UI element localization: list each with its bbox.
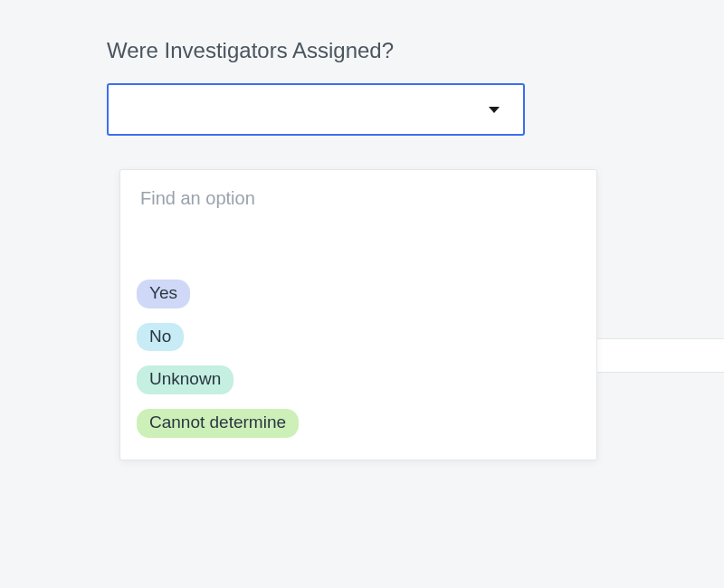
dropdown-option-yes[interactable]: Yes xyxy=(120,272,596,316)
dropdown-panel: Yes No Unknown Cannot determine xyxy=(119,169,597,460)
spacer xyxy=(120,225,596,272)
option-pill: Cannot determine xyxy=(137,409,299,438)
option-pill: Unknown xyxy=(137,365,233,394)
dropdown-option-unknown[interactable]: Unknown xyxy=(120,358,596,402)
dropdown-option-cannot-determine[interactable]: Cannot determine xyxy=(120,402,596,445)
caret-down-icon xyxy=(489,107,500,113)
option-pill: No xyxy=(137,323,184,352)
dropdown-search-input[interactable] xyxy=(120,170,596,225)
select-box[interactable] xyxy=(107,83,525,136)
option-pill: Yes xyxy=(137,280,190,308)
dropdown-option-no[interactable]: No xyxy=(120,316,596,359)
adjacent-panel-strip xyxy=(597,338,724,373)
field-label: Were Investigators Assigned? xyxy=(107,38,614,63)
